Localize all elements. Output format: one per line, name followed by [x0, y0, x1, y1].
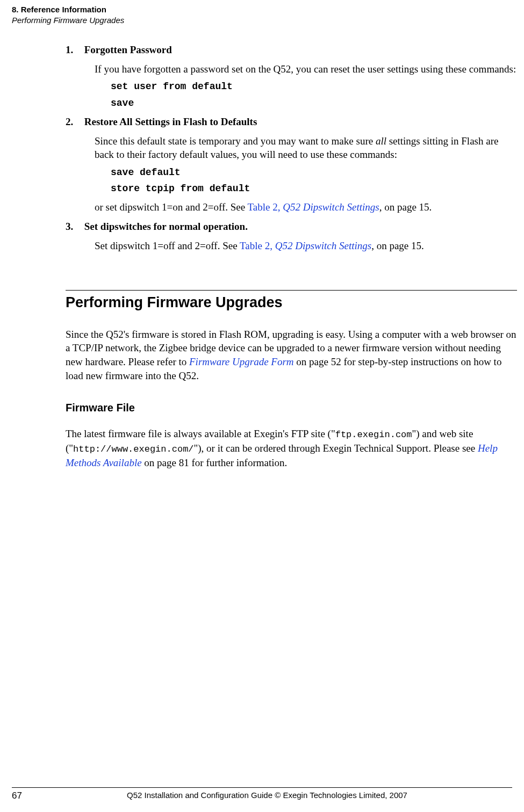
list-body: Set dipswitch 1=off and 2=off. See Table…	[95, 239, 517, 253]
text-emphasis: all	[376, 135, 386, 147]
inline-code: http://www.exegin.com/	[73, 444, 193, 454]
page-footer: 67 Q52 Installation and Configuration Gu…	[12, 787, 512, 802]
list-item-set-dipswitches: 3. Set dipswitches for normal operation.…	[66, 220, 517, 252]
page-number: 67	[12, 790, 22, 802]
list-number: 2.	[66, 115, 82, 129]
section-heading: Performing Firmware Upgrades	[66, 290, 517, 312]
text: Set dipswitch 1=off and 2=off. See	[95, 240, 240, 251]
code-block: set user from default	[111, 80, 517, 93]
text: , on page 15.	[379, 201, 432, 213]
header-chapter: 8. Reference Information	[12, 4, 124, 15]
list-number: 1.	[66, 43, 82, 57]
inline-code: ftp.exegin.com	[335, 430, 412, 440]
text: or set dipswitch 1=on and 2=off. See	[95, 201, 248, 213]
code-block: save	[111, 97, 517, 110]
code-block: save default	[111, 166, 517, 179]
list-title: Forgotten Password	[84, 44, 172, 55]
page-header: 8. Reference Information Performing Firm…	[12, 4, 124, 26]
cross-ref-link[interactable]: Table 2,	[240, 240, 275, 251]
code-block: store tcpip from default	[111, 182, 517, 195]
text: The latest firmware file is always avail…	[66, 428, 335, 439]
subsection-heading: Firmware File	[66, 401, 517, 415]
text: , on page 15.	[371, 240, 424, 251]
section-body: Since the Q52's firmware is stored in Fl…	[66, 328, 517, 383]
list-number: 3.	[66, 220, 82, 234]
list-title: Restore All Settings in Flash to Default…	[84, 116, 257, 127]
footer-text: Q52 Installation and Configuration Guide…	[12, 790, 512, 801]
list-item-forgotten-password: 1. Forgotten Password If you have forgot…	[66, 43, 517, 110]
cross-ref-link[interactable]: Firmware Upgrade Form	[189, 356, 294, 367]
cross-ref-link[interactable]: Table 2,	[248, 201, 283, 213]
header-subtitle: Performing Firmware Upgrades	[12, 15, 124, 26]
cross-ref-link[interactable]: Q52 Dipswitch Settings	[283, 201, 379, 213]
subsection-body: The latest firmware file is always avail…	[66, 427, 517, 470]
page-content: 1. Forgotten Password If you have forgot…	[66, 43, 517, 470]
list-body: If you have forgotten a password set on …	[95, 62, 517, 76]
list-title: Set dipswitches for normal operation.	[84, 221, 248, 232]
list-body: or set dipswitch 1=on and 2=off. See Tab…	[95, 200, 517, 214]
text: Since this default state is temporary an…	[95, 135, 376, 147]
cross-ref-link[interactable]: Q52 Dipswitch Settings	[275, 240, 371, 251]
list-body: Since this default state is temporary an…	[95, 134, 517, 162]
list-item-restore-defaults: 2. Restore All Settings in Flash to Defa…	[66, 115, 517, 214]
text: on page 81 for further information.	[142, 457, 288, 468]
text: "), or it can be ordered through Exegin …	[194, 443, 478, 454]
